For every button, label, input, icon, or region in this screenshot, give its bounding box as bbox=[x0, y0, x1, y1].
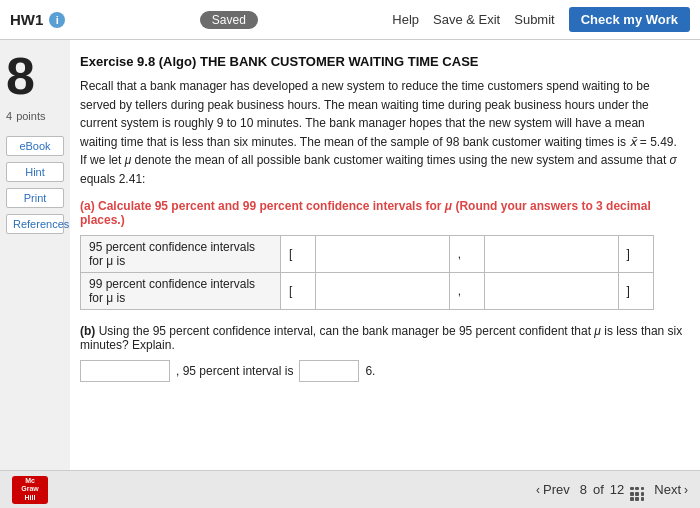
topbar-right: Help Save & Exit Submit Check my Work bbox=[392, 7, 690, 32]
grid-icon[interactable] bbox=[630, 478, 644, 500]
logo-line2: Graw bbox=[21, 485, 39, 493]
ci-99-separator: , bbox=[449, 272, 484, 309]
ci-95-separator: , bbox=[449, 235, 484, 272]
ci-99-right-input[interactable] bbox=[493, 284, 553, 298]
prev-button[interactable]: ‹ Prev bbox=[536, 482, 570, 497]
nav-section: ‹ Prev 8 of 12 Next › bbox=[536, 478, 688, 500]
saved-badge: Saved bbox=[200, 11, 258, 29]
ci-table: 95 percent confidence intervals for μ is… bbox=[80, 235, 654, 310]
hw-label: HW1 bbox=[10, 11, 43, 28]
topbar-left: HW1 i bbox=[10, 11, 65, 28]
info-icon[interactable]: i bbox=[49, 12, 65, 28]
page-current: 8 bbox=[580, 482, 587, 497]
content-area: Exercise 9.8 (Algo) THE BANK CUSTOMER WA… bbox=[70, 40, 700, 470]
ci-95-right-cell[interactable] bbox=[485, 235, 618, 272]
page-total: 12 bbox=[610, 482, 624, 497]
points-label: points bbox=[16, 110, 45, 122]
ebook-button[interactable]: eBook bbox=[6, 136, 64, 156]
part-b-number: 6. bbox=[365, 364, 375, 378]
part-b-answer-input[interactable] bbox=[80, 360, 170, 382]
page-info: 8 of 12 bbox=[580, 478, 645, 500]
part-b-answer-row: , 95 percent interval is 6. bbox=[80, 360, 684, 382]
ci-95-label: 95 percent confidence intervals for μ is bbox=[81, 235, 281, 272]
hint-button[interactable]: Hint bbox=[6, 162, 64, 182]
ci-row-95: 95 percent confidence intervals for μ is… bbox=[81, 235, 654, 272]
help-link[interactable]: Help bbox=[392, 12, 419, 27]
prev-chevron-icon: ‹ bbox=[536, 483, 540, 497]
question-number: 8 bbox=[6, 50, 64, 102]
ci-95-left-cell[interactable] bbox=[316, 235, 449, 272]
ci-95-bracket-right: ] bbox=[618, 235, 653, 272]
part-b-text: (b) Using the 95 percent confidence inte… bbox=[80, 324, 684, 352]
exercise-body: Recall that a bank manager has developed… bbox=[80, 77, 684, 189]
ci-99-right-cell[interactable] bbox=[485, 272, 618, 309]
prev-label: Prev bbox=[543, 482, 570, 497]
bottom-bar: Mc Graw Hill ‹ Prev 8 of 12 Next › bbox=[0, 470, 700, 508]
ci-95-right-input[interactable] bbox=[493, 247, 553, 261]
print-button[interactable]: Print bbox=[6, 188, 64, 208]
page-separator: of bbox=[593, 482, 604, 497]
ci-99-bracket-right: ] bbox=[618, 272, 653, 309]
mcgraw-hill-logo: Mc Graw Hill bbox=[12, 476, 48, 504]
ci-99-bracket-left: [ bbox=[281, 272, 316, 309]
references-button[interactable]: References bbox=[6, 214, 64, 234]
logo-line1: Mc bbox=[25, 477, 35, 485]
logo-line3: Hill bbox=[25, 494, 36, 502]
main-area: 8 4 points eBook Hint Print References E… bbox=[0, 40, 700, 470]
top-bar: HW1 i Saved Help Save & Exit Submit Chec… bbox=[0, 0, 700, 40]
saved-badge-container: Saved bbox=[200, 12, 258, 27]
save-exit-link[interactable]: Save & Exit bbox=[433, 12, 500, 27]
part-b-interval-label: , 95 percent interval is bbox=[176, 364, 293, 378]
next-chevron-icon: › bbox=[684, 483, 688, 497]
ci-95-left-input[interactable] bbox=[324, 247, 384, 261]
submit-link[interactable]: Submit bbox=[514, 12, 554, 27]
ci-99-label: 99 percent confidence intervals for μ is bbox=[81, 272, 281, 309]
part-b-number-input[interactable] bbox=[299, 360, 359, 382]
ci-95-bracket-left: [ bbox=[281, 235, 316, 272]
exercise-title: Exercise 9.8 (Algo) THE BANK CUSTOMER WA… bbox=[80, 54, 684, 69]
points-value: 4 bbox=[6, 110, 12, 122]
part-a-label: (a) Calculate 95 percent and 99 percent … bbox=[80, 199, 684, 227]
ci-row-99: 99 percent confidence intervals for μ is… bbox=[81, 272, 654, 309]
sidebar: 8 4 points eBook Hint Print References bbox=[0, 40, 70, 470]
check-my-work-button[interactable]: Check my Work bbox=[569, 7, 690, 32]
next-button[interactable]: Next › bbox=[654, 482, 688, 497]
next-label: Next bbox=[654, 482, 681, 497]
ci-99-left-input[interactable] bbox=[324, 284, 384, 298]
ci-99-left-cell[interactable] bbox=[316, 272, 449, 309]
